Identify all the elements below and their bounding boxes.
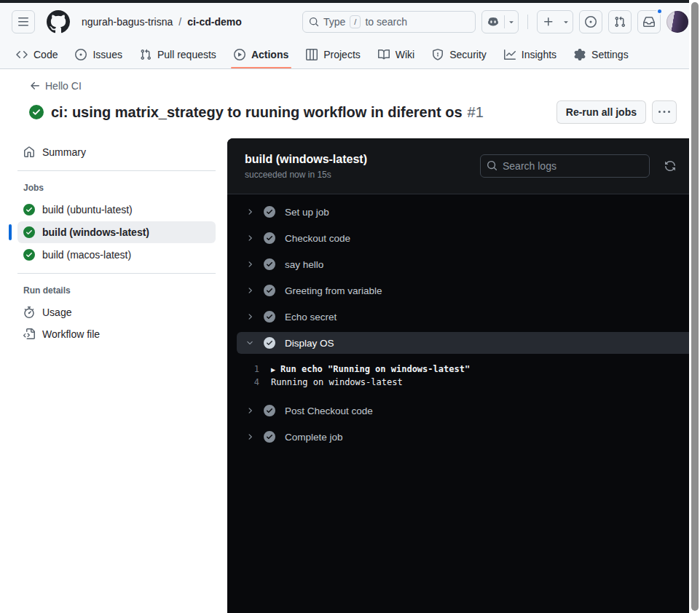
shield-icon [432,49,444,60]
step-post-checkout-code[interactable]: Post Checkout code [227,398,689,424]
copilot-button[interactable] [482,11,504,33]
issues-header-button[interactable] [579,10,602,33]
copilot-dropdown-button[interactable] [505,11,518,33]
step-checkout-code[interactable]: Checkout code [227,225,689,251]
tab-wiki[interactable]: Wiki [371,41,422,68]
chevron-right-icon [245,312,254,321]
create-new-button[interactable] [538,11,559,33]
chevron-right-icon [245,432,254,441]
sidebar-item-summary[interactable]: Summary [17,141,216,163]
step-label: Post Checkout code [285,406,373,416]
app-header: ngurah-bagus-trisna / ci-cd-demo Type / … [0,3,700,41]
step-greeting-from-variable[interactable]: Greeting from variable [227,277,689,304]
chevron-down-icon [562,17,570,26]
step-complete-job[interactable]: Complete job [227,424,689,450]
log-line-number: 1 [227,364,271,374]
tab-security[interactable]: Security [425,41,494,68]
back-to-workflow-link[interactable]: Hello CI [29,80,82,92]
tab-settings[interactable]: Settings [567,41,636,68]
chevron-down-icon [245,339,254,347]
github-actions-run-page: ngurah-bagus-trisna / ci-cd-demo Type / … [0,0,700,613]
sidebar-divider [17,273,216,274]
check-circle-icon [264,232,275,244]
tab-label: Insights [522,49,557,60]
sync-icon [664,160,676,172]
user-avatar[interactable] [666,11,688,33]
check-circle-icon [23,204,35,215]
issue-opened-icon [585,16,597,28]
hamburger-icon [17,16,29,28]
tab-pull-requests[interactable]: Pull requests [133,41,224,68]
copilot-icon [487,16,499,28]
check-circle-icon [23,226,35,238]
search-logs-input[interactable] [480,154,650,178]
sidebar-job-macos[interactable]: build (macos-latest) [17,244,216,266]
sidebar-summary-label: Summary [42,146,86,158]
tab-projects[interactable]: Projects [299,41,368,68]
check-circle-icon [264,405,275,416]
step-log-output: 1 ▶ Run echo "Running on windows-latest"… [227,356,689,398]
search-placeholder-suffix: to search [365,16,407,28]
sidebar-item-usage[interactable]: Usage [17,301,216,323]
notification-dot [656,8,663,15]
check-circle-icon [23,249,35,261]
check-circle-icon [264,337,275,349]
global-search-input[interactable]: Type / to search [302,11,476,33]
log-search-wrap [480,154,650,178]
sidebar-job-windows[interactable]: build (windows-latest) [17,221,216,243]
breadcrumb: ngurah-bagus-trisna / ci-cd-demo [82,16,242,28]
play-circle-icon [234,49,245,60]
plus-icon [543,16,554,28]
rerun-all-jobs-button[interactable]: Re-run all jobs [557,100,646,124]
sidebar-item-workflow-file[interactable]: Workflow file [17,323,216,345]
hamburger-menu-button[interactable] [12,10,35,33]
step-label: Checkout code [285,233,350,244]
breadcrumb-owner[interactable]: ngurah-bagus-trisna [82,16,173,28]
projects-table-icon [306,49,318,60]
chevron-right-icon [245,207,254,216]
step-set-up-job[interactable]: Set up job [227,199,689,225]
step-say-hello[interactable]: say hello [227,251,689,277]
step-label: say hello [285,259,323,270]
copilot-split-button [481,10,519,33]
book-icon [378,49,390,60]
tab-code[interactable]: Code [9,41,65,68]
issue-opened-icon [75,49,87,60]
refresh-logs-button[interactable] [661,157,679,175]
usage-label: Usage [42,306,71,318]
tab-label: Security [449,49,487,60]
check-circle-icon [264,431,275,443]
tab-actions[interactable]: Actions [227,41,296,68]
sidebar-job-ubuntu[interactable]: build (ubuntu-latest) [17,199,216,221]
run-title-row: ci: using matrix_strategy to ruuning wor… [29,99,677,125]
search-icon [309,17,319,27]
github-logo[interactable] [47,10,70,33]
job-label: build (windows-latest) [42,226,149,238]
step-display-os[interactable]: Display OS [237,332,689,354]
step-echo-secret[interactable]: Echo secret [227,304,689,330]
breadcrumb-repo[interactable]: ci-cd-demo [187,16,242,28]
repo-nav-tabs: Code Issues Pull requests Actions Projec… [0,41,700,69]
check-circle-icon [264,206,275,218]
tab-label: Settings [591,49,629,60]
run-number: #1 [468,104,484,121]
step-label: Display OS [285,338,334,349]
run-details-heading: Run details [17,281,216,301]
search-placeholder-prefix: Type [323,16,345,28]
check-circle-icon [264,311,275,323]
page-scrollbar-thumb[interactable] [691,2,699,611]
tab-insights[interactable]: Insights [497,41,564,68]
run-options-kebab-button[interactable] [652,100,677,124]
sidebar-divider [17,170,216,171]
tab-label: Issues [93,49,122,60]
step-label: Greeting from variable [285,285,382,296]
log-line: 1 ▶ Run echo "Running on windows-latest" [227,363,689,376]
log-line-text: Running on windows-latest [271,377,403,387]
stopwatch-icon [23,306,35,318]
home-icon [23,146,35,158]
tab-issues[interactable]: Issues [68,41,129,68]
job-log-panel: build (windows-latest) succeeded now in … [227,138,689,613]
header-divider [527,15,528,29]
create-new-dropdown-button[interactable] [559,11,573,33]
pull-requests-header-button[interactable] [608,10,632,33]
